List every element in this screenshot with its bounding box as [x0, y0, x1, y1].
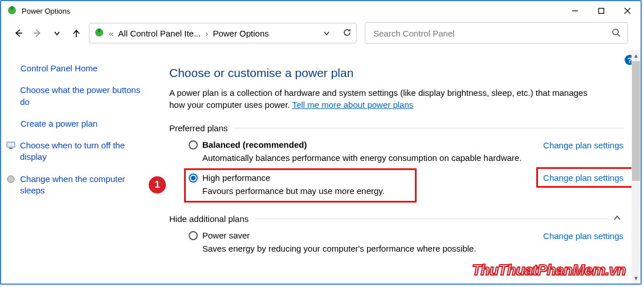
close-button[interactable]: [614, 1, 641, 21]
maximize-button[interactable]: [588, 1, 614, 21]
plan-saver[interactable]: Power saver Saves energy by reducing you…: [189, 231, 623, 266]
chevron-up-icon[interactable]: [613, 214, 623, 224]
back-button[interactable]: [14, 29, 23, 38]
forward-button[interactable]: [33, 29, 42, 38]
breadcrumb-overflow[interactable]: «: [109, 29, 113, 38]
svg-rect-3: [599, 9, 604, 14]
radio-balanced[interactable]: [189, 140, 198, 149]
svg-point-10: [613, 29, 618, 35]
chevron-right-icon: ›: [205, 29, 208, 38]
sidebar-home[interactable]: Control Panel Home: [21, 63, 97, 74]
page-heading: Choose or customise a power plan: [169, 66, 623, 80]
plan-saver-desc: Saves energy by reducing your computer's…: [202, 244, 543, 253]
app-icon: [7, 5, 17, 17]
search-input[interactable]: [372, 28, 612, 39]
plan-high-name: High performance: [202, 173, 270, 183]
minimize-button[interactable]: [562, 1, 588, 21]
change-settings-high[interactable]: Change plan settings: [543, 172, 623, 183]
page-intro: A power plan is a collection of hardware…: [169, 87, 602, 111]
plan-balanced-name: Balanced (recommended): [202, 140, 307, 149]
breadcrumb-dropdown[interactable]: [323, 29, 330, 38]
breadcrumb-item-1[interactable]: All Control Panel Ite...: [118, 29, 201, 38]
svg-line-11: [618, 34, 620, 37]
scrollbar[interactable]: ▲ ▼: [631, 50, 641, 284]
svg-rect-12: [7, 142, 15, 147]
plan-balanced[interactable]: Balanced (recommended) Automatically bal…: [189, 140, 623, 175]
scrollbar-thumb[interactable]: [632, 61, 640, 181]
divider: [234, 128, 623, 128]
scroll-up-icon[interactable]: ▲: [633, 52, 639, 59]
divider: [254, 219, 608, 219]
breadcrumb[interactable]: « All Control Panel Ite... › Power Optio…: [89, 23, 357, 43]
svg-rect-1: [11, 6, 13, 10]
up-button[interactable]: [72, 29, 81, 38]
hide-label-text: Hide additional plans: [169, 214, 248, 224]
monitor-icon: [6, 140, 15, 150]
sidebar-buttons[interactable]: Choose what the power buttons do: [20, 84, 146, 108]
search-box[interactable]: [365, 22, 628, 44]
breadcrumb-icon: [94, 27, 104, 39]
hide-additional-plans[interactable]: Hide additional plans: [169, 214, 623, 224]
sidebar-display-off[interactable]: Choose when to turn off the display: [20, 140, 146, 163]
scroll-down-icon[interactable]: ▼: [633, 275, 639, 281]
plan-balanced-desc: Automatically balances performance with …: [202, 153, 543, 163]
svg-point-14: [7, 176, 14, 183]
radio-high[interactable]: [189, 173, 198, 183]
plan-high-desc: Favours performance but may use more ene…: [202, 186, 543, 196]
search-icon[interactable]: [612, 28, 621, 39]
refresh-button[interactable]: [343, 28, 352, 39]
recent-locations-button[interactable]: [52, 29, 62, 38]
annotation-badge-1: 1: [149, 176, 166, 193]
preferred-plans-label: Preferred plans: [169, 123, 623, 133]
learn-more-link[interactable]: Tell me more about power plans: [292, 100, 414, 110]
radio-saver[interactable]: [189, 231, 198, 240]
change-settings-saver[interactable]: Change plan settings: [543, 231, 623, 241]
sidebar-sleep[interactable]: Change when the computer sleeps: [20, 173, 146, 197]
group-label-text: Preferred plans: [169, 123, 228, 133]
change-settings-balanced[interactable]: Change plan settings: [543, 140, 623, 150]
plan-high[interactable]: 1 High performance Favours performance b…: [189, 173, 623, 211]
svg-rect-13: [9, 148, 13, 149]
window-title: Power Options: [22, 7, 70, 15]
sidebar-create[interactable]: Create a power plan: [21, 118, 97, 130]
svg-rect-9: [98, 29, 100, 32]
breadcrumb-item-2[interactable]: Power Options: [213, 29, 268, 38]
plan-saver-name: Power saver: [202, 231, 250, 240]
moon-icon: [6, 173, 15, 184]
